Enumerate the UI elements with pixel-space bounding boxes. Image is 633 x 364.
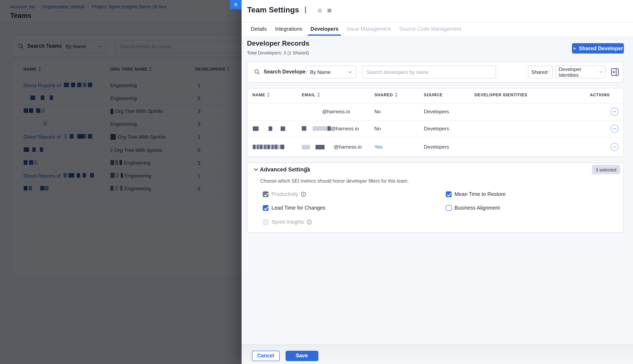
advanced-settings-card: Advanced Settings 3 selected Choose whic… (247, 163, 624, 233)
plus-icon: + (573, 44, 576, 52)
info-icon[interactable] (307, 220, 312, 224)
mean-time-to-restore-label: Mean Time to Restore (454, 191, 506, 197)
redacted-text (312, 126, 328, 131)
cancel-button[interactable]: Cancel (252, 350, 280, 361)
screen: Account: sei › Organization: default › P… (0, 0, 633, 364)
minus-circle-icon (610, 142, 619, 151)
developer-row[interactable]: @harness.io Yes Developers (248, 137, 624, 157)
close-icon: ✕ (234, 2, 238, 8)
redacted-text (316, 145, 324, 149)
redacted-text (328, 9, 331, 12)
search-developers-label: Search Developers (264, 69, 310, 75)
minus-circle-icon (610, 124, 619, 133)
dev-col-header-actions: ACTIONS (590, 92, 610, 97)
redacted-text (302, 126, 306, 131)
redacted-text (328, 126, 331, 131)
lead-time-for-changes-checkbox[interactable] (263, 205, 268, 211)
sprint-insights-checkbox[interactable] (263, 219, 268, 225)
dev-col-header-source: SOURCE (424, 92, 442, 97)
redacted-text (253, 145, 284, 149)
dev-col-header-identities: DEVELOPER IDENTITIES (474, 92, 527, 97)
developer-shared: Yes (374, 144, 382, 150)
tab-developers[interactable]: Developers (310, 22, 338, 36)
info-icon[interactable] (304, 167, 309, 172)
drawer-tabs: Details Integrations Developers Issue Ma… (242, 22, 633, 36)
redacted-text (318, 9, 322, 12)
lead-time-for-changes-label: Lead Time for Changes (272, 205, 326, 211)
developer-email: @harness.io (302, 144, 362, 150)
developer-identities-select[interactable]: Developer Identities (556, 66, 606, 78)
developer-row[interactable]: @harness.io No Developers (248, 103, 624, 120)
developer-source: Developers (424, 126, 449, 131)
remove-developer-button[interactable] (610, 124, 619, 133)
info-icon[interactable] (301, 192, 306, 197)
remove-developer-button[interactable] (610, 107, 619, 116)
text-cursor (305, 7, 306, 13)
chevron-down-icon (348, 71, 352, 73)
advanced-settings-title[interactable]: Advanced Settings (260, 166, 310, 173)
developer-shared: No (374, 126, 381, 131)
tab-integrations[interactable]: Integrations (275, 22, 302, 36)
developer-email: @harness.io (322, 109, 350, 114)
developer-source: Developers (424, 109, 449, 114)
save-button[interactable]: Save (285, 350, 318, 361)
app-viewport: Account: sei › Organization: default › P… (0, 0, 633, 364)
total-developers-text: Total Developers: 3 (1 Shared) (247, 50, 309, 55)
sort-icon (267, 92, 270, 97)
productivity-checkbox[interactable] (263, 191, 268, 197)
chevron-down-icon (547, 71, 550, 73)
remove-developer-button[interactable] (610, 142, 619, 151)
search-icon (254, 69, 260, 75)
developers-search-input[interactable] (362, 66, 496, 78)
developer-filter-card: Search Developers By Name Shared Develop… (247, 62, 624, 82)
close-button[interactable]: ✕ (230, 0, 242, 9)
shared-filter-select[interactable]: Shared (528, 66, 553, 78)
selected-count-badge: 3 selected (592, 165, 620, 174)
team-settings-drawer: Team Settings Details Integrations Devel… (242, 0, 633, 364)
developer-table-card: NAME EMAIL SHARED SOURCE DEVELOPER IDENT… (247, 88, 624, 157)
sort-icon (394, 92, 398, 97)
sprint-insights-label: Sprint Insights (272, 219, 312, 225)
business-alignment-checkbox[interactable] (446, 205, 452, 211)
drawer-footer: Cancel Save (242, 344, 633, 364)
drawer-body: Developer Records Total Developers: 3 (1… (242, 36, 633, 344)
drawer-title: Team Settings (247, 6, 299, 14)
developer-shared: No (374, 109, 381, 114)
tab-source-code-management[interactable]: Source Code Management (399, 22, 461, 36)
chevron-down-icon (599, 71, 602, 73)
add-shared-developer-button[interactable]: + Shared Developer (572, 43, 624, 54)
developer-records-title: Developer Records (247, 40, 310, 47)
sort-icon (317, 92, 320, 97)
dev-col-header-name[interactable]: NAME (252, 92, 270, 97)
advanced-settings-description: Choose which SEI metrics should honor de… (260, 178, 409, 184)
tab-details[interactable]: Details (251, 22, 267, 36)
developer-identities-value: Developer Identities (559, 66, 599, 78)
add-column-icon (611, 68, 619, 76)
developer-email: @harness.io (302, 126, 359, 131)
redacted-text (302, 145, 310, 149)
productivity-label: Productivity (272, 191, 306, 197)
shared-filter-value: Shared (531, 69, 547, 75)
mean-time-to-restore-checkbox[interactable] (446, 191, 452, 197)
minus-circle-icon (610, 107, 619, 116)
developer-row[interactable]: @harness.io No Developers (248, 120, 624, 137)
dev-col-header-shared[interactable]: SHARED (374, 92, 398, 97)
tab-issue-management[interactable]: Issue Management (347, 22, 391, 36)
dev-col-header-email[interactable]: EMAIL (302, 92, 320, 97)
business-alignment-label: Business Alignment (454, 205, 500, 211)
developer-source: Developers (424, 144, 449, 150)
add-column-button[interactable] (611, 68, 619, 76)
developers-filter-by-select[interactable]: By Name (306, 66, 356, 78)
developers-filter-by-value: By Name (310, 69, 330, 75)
redacted-text (253, 126, 285, 131)
chevron-down-icon[interactable] (254, 168, 258, 171)
